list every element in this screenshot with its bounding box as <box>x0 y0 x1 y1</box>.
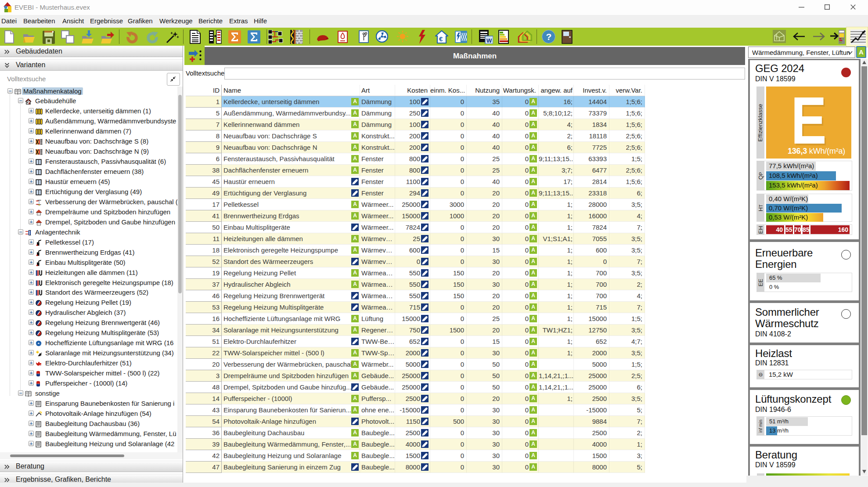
svg-text:W: W <box>486 37 492 44</box>
svg-text:€: € <box>439 35 443 43</box>
svg-text:?: ? <box>546 32 552 42</box>
